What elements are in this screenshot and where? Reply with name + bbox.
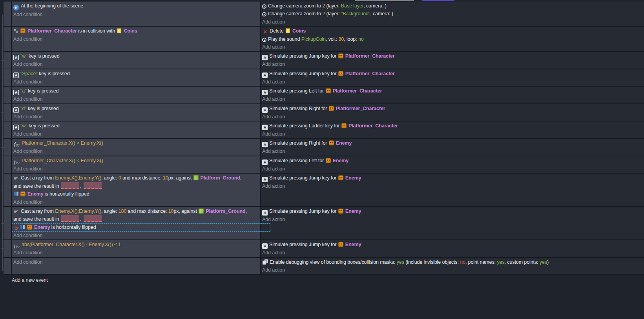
empty-parameter-field[interactable] [61, 182, 79, 189]
event-drag-handle[interactable] [4, 2, 12, 26]
condition-row[interactable]: and save the result in , [12, 215, 260, 223]
add-new-event-button[interactable]: Add a new event [12, 276, 644, 284]
add-condition-button[interactable]: Add condition [12, 35, 260, 43]
add-condition-button[interactable]: Add condition [12, 249, 260, 257]
action-row[interactable]: ASimulate pressing Jump key for Enemy [261, 241, 644, 249]
condition-row[interactable]: ƒ(x)Platformer_Character.X() > Enemy.X() [12, 139, 260, 147]
add-condition-button[interactable]: Add condition [12, 147, 260, 155]
text-segment: "w" [20, 123, 27, 129]
event-drag-handle[interactable] [4, 121, 12, 138]
event-drag-handle[interactable] [4, 156, 12, 173]
condition-row[interactable]: A"w" key is pressed [12, 52, 260, 60]
object-name: Enemy [27, 191, 44, 197]
text-segment: is in collision with [77, 28, 117, 34]
ground-object-icon [193, 175, 199, 181]
add-condition-button[interactable]: Add condition [12, 130, 260, 138]
condition-row[interactable]: A"d" key is pressed [12, 105, 260, 113]
add-condition-button[interactable]: Add condition [12, 165, 260, 173]
action-row[interactable]: ASimulate pressing Left for Enemy [261, 157, 644, 165]
event-drag-handle[interactable] [4, 104, 12, 121]
add-action-button[interactable]: Add action [261, 78, 644, 86]
action-row[interactable]: ×Delete Coins [261, 27, 644, 35]
event-row: A"d" key is pressedAdd conditionASimulat… [4, 104, 644, 121]
event-tree-line [2, 14, 3, 271]
add-action-button[interactable]: Add action [261, 216, 644, 223]
add-condition-button[interactable]: Add condition [12, 232, 260, 239]
condition-row[interactable]: Cast a ray from Enemy.X();Enemy.Y(), ang… [12, 174, 260, 182]
character-object-icon [27, 224, 33, 230]
add-action-button[interactable]: Add action [261, 147, 644, 155]
action-row[interactable]: ASimulate pressing Left for Platformer_C… [261, 87, 644, 95]
text-segment: 0 [119, 175, 121, 181]
text-segment: Simulate pressing Right for [269, 106, 328, 111]
text-segment: no [358, 36, 364, 42]
add-condition-button[interactable]: Add condition [12, 11, 260, 18]
action-row[interactable]: ASimulate pressing Jump key for Enemy [261, 174, 644, 182]
condition-row[interactable]: ƒ(x)abs(Platformer_Character.X() - Enemy… [12, 241, 260, 249]
condition-row[interactable]: ▶At the beginning of the scene [12, 2, 260, 11]
raycast-icon [13, 208, 19, 214]
character-object-icon [325, 158, 331, 163]
add-action-button[interactable]: Add action [261, 165, 644, 173]
add-condition-button[interactable]: Add condition [12, 258, 260, 266]
event-drag-handle[interactable] [4, 52, 12, 68]
action-row[interactable]: ASimulate pressing Right for Platformer_… [261, 105, 644, 113]
add-action-button[interactable]: Add action [261, 60, 644, 68]
action-row[interactable]: ASimulate pressing Right for Enemy [261, 139, 644, 147]
keyboard-sim-icon: A [262, 243, 268, 249]
object-name: Enemy [34, 225, 50, 230]
text-segment: Cast a ray from [21, 208, 55, 214]
add-action-button[interactable]: Add action [261, 18, 644, 26]
condition-row[interactable]: A"w" key is pressed [12, 122, 260, 130]
condition-row[interactable]: Cast a ray from Enemy.X();Enemy.Y(), ang… [12, 207, 260, 215]
event-drag-handle[interactable] [4, 258, 12, 274]
event-drag-handle[interactable] [4, 69, 12, 86]
add-condition-button[interactable]: Add condition [12, 60, 260, 68]
add-action-button[interactable]: Add action [261, 266, 644, 274]
event-drag-handle[interactable] [4, 207, 12, 239]
condition-row[interactable]: Enemy is horizontally flipped [12, 190, 260, 198]
flip-icon [13, 191, 19, 197]
event-drag-handle[interactable] [4, 27, 12, 51]
top-scrollbar-thumb[interactable] [355, 0, 414, 1]
condition-row[interactable]: and save the result in , [12, 182, 260, 190]
action-row[interactable]: Play the sound PickupCoin, vol.: 80, loo… [261, 35, 644, 43]
add-action-button[interactable]: Add action [261, 43, 644, 51]
event-drag-handle[interactable] [4, 139, 12, 155]
condition-row[interactable]: ƒ(x)Platformer_Character.X() < Enemy.X() [12, 157, 260, 165]
condition-row[interactable]: Platformer_Character is in collision wit… [12, 27, 260, 35]
action-row[interactable]: Enable debugging view of bounding boxes/… [261, 258, 644, 266]
add-action-button[interactable]: Add action [261, 113, 644, 121]
event-drag-handle[interactable] [4, 174, 12, 206]
action-row[interactable]: ASimulate pressing Ladder key for Platfo… [261, 122, 644, 130]
add-action-button[interactable]: Add action [261, 95, 644, 103]
add-condition-button[interactable]: Add condition [12, 113, 260, 121]
add-condition-button[interactable]: Add condition [12, 95, 260, 103]
text-segment: "w" [20, 53, 27, 59]
keyboard-icon: A [13, 90, 19, 95]
event-row: ƒ(x)abs(Platformer_Character.X() - Enemy… [4, 240, 644, 257]
add-action-button[interactable]: Add action [261, 130, 644, 138]
condition-row[interactable]: A"a" key is pressed [12, 87, 260, 95]
empty-parameter-field[interactable] [61, 215, 79, 222]
text-segment: 2 [322, 11, 325, 16]
action-row[interactable]: ASimulate pressing Jump key for Platform… [261, 70, 644, 78]
empty-parameter-field[interactable] [84, 215, 102, 222]
action-row[interactable]: Change camera zoom to 2 (layer: "Backgro… [261, 10, 644, 18]
condition-row[interactable]: ↺Enemy is horizontally flipped [12, 223, 270, 232]
not-icon: ↺ [13, 226, 19, 232]
event-drag-handle[interactable] [4, 87, 12, 103]
add-action-button[interactable]: Add action [261, 182, 644, 190]
function-icon: ƒ(x) [13, 243, 20, 249]
add-condition-button[interactable]: Add condition [12, 78, 260, 86]
add-action-button[interactable]: Add action [261, 249, 644, 257]
add-condition-button[interactable]: Add condition [12, 198, 260, 206]
empty-parameter-field[interactable] [84, 182, 102, 189]
action-row[interactable]: ASimulate pressing Jump key for Platform… [261, 52, 644, 60]
object-name: Enemy [333, 158, 349, 163]
event-drag-handle[interactable] [4, 240, 12, 257]
event-row: ▶At the beginning of the sceneAdd condit… [4, 2, 644, 27]
condition-row[interactable]: A"Space" key is pressed [12, 70, 260, 78]
action-row[interactable]: Change camera zoom to 2 (layer: Base lay… [261, 2, 644, 10]
action-row[interactable]: ASimulate pressing Jump key for Enemy [261, 207, 644, 216]
